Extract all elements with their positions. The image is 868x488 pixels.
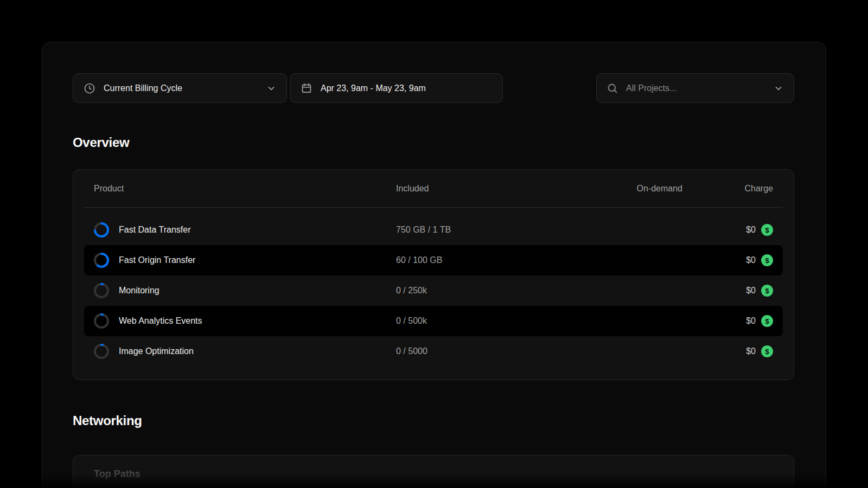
- projects-filter-placeholder: All Projects...: [626, 84, 676, 93]
- search-icon: [607, 82, 618, 94]
- table-row[interactable]: Fast Origin Transfer 60 / 100 GB $0 $: [84, 245, 783, 275]
- table-row[interactable]: Web Analytics Events 0 / 500k $0 $: [84, 306, 783, 336]
- billing-cycle-label: Current Billing Cycle: [104, 84, 182, 93]
- chevron-down-icon: [773, 83, 784, 94]
- included-usage: 60 / 100 GB: [396, 255, 682, 265]
- included-usage: 750 GB / 1 TB: [396, 225, 682, 235]
- projects-filter-select[interactable]: All Projects...: [596, 73, 794, 103]
- dollar-coin-icon: $: [761, 345, 773, 357]
- usage-summary-card: Product Included On-demand Charge Fast D…: [73, 169, 794, 380]
- usage-progress-ring-icon: [94, 313, 109, 329]
- usage-progress-ring-icon: [94, 253, 109, 268]
- table-row[interactable]: Fast Data Transfer 750 GB / 1 TB $0 $: [84, 215, 783, 245]
- calendar-icon: [300, 82, 313, 95]
- usage-progress-ring-icon: [94, 344, 109, 359]
- clock-icon: [83, 82, 96, 95]
- chevron-down-icon: [266, 83, 277, 94]
- table-row[interactable]: Image Optimization 0 / 5000 $0 $: [84, 336, 783, 367]
- usage-progress-ring-icon: [94, 283, 109, 298]
- top-paths-title: Top Paths: [84, 468, 783, 480]
- charge-amount: $0: [746, 286, 756, 296]
- date-range-picker[interactable]: Apr 23, 9am - May 23, 9am: [290, 73, 503, 103]
- charge-amount: $0: [746, 225, 756, 235]
- included-usage: 0 / 500k: [396, 316, 682, 326]
- dollar-coin-icon: $: [761, 254, 773, 266]
- usage-table-header: Product Included On-demand Charge: [84, 170, 783, 208]
- dollar-coin-icon: $: [761, 315, 773, 327]
- overview-section-title: Overview: [73, 135, 129, 150]
- usage-table-rows: Fast Data Transfer 750 GB / 1 TB $0 $ Fa…: [84, 215, 783, 367]
- column-header-on-demand: On-demand: [637, 184, 683, 194]
- included-usage: 0 / 5000: [396, 346, 682, 356]
- product-name: Web Analytics Events: [119, 316, 202, 326]
- column-header-included: Included: [396, 184, 637, 194]
- networking-section-title: Networking: [73, 413, 142, 428]
- column-header-product: Product: [94, 184, 396, 194]
- product-name: Fast Origin Transfer: [119, 255, 195, 265]
- filter-bar: Current Billing Cycle Apr 23, 9am - May …: [73, 73, 794, 103]
- dollar-coin-icon: $: [761, 224, 773, 236]
- column-header-charge: Charge: [682, 184, 773, 194]
- charge-amount: $0: [746, 316, 756, 326]
- date-range-label: Apr 23, 9am - May 23, 9am: [321, 84, 426, 93]
- dollar-coin-icon: $: [761, 285, 773, 297]
- product-name: Image Optimization: [119, 346, 194, 356]
- included-usage: 0 / 250k: [396, 286, 682, 296]
- networking-card: Top Paths: [73, 455, 794, 488]
- table-row[interactable]: Monitoring 0 / 250k $0 $: [84, 275, 783, 306]
- billing-cycle-select[interactable]: Current Billing Cycle: [73, 73, 287, 103]
- charge-amount: $0: [746, 346, 756, 356]
- product-name: Monitoring: [119, 286, 159, 296]
- usage-progress-ring-icon: [94, 222, 109, 237]
- billing-usage-panel: Current Billing Cycle Apr 23, 9am - May …: [42, 42, 826, 488]
- product-name: Fast Data Transfer: [119, 225, 191, 235]
- charge-amount: $0: [746, 255, 756, 265]
